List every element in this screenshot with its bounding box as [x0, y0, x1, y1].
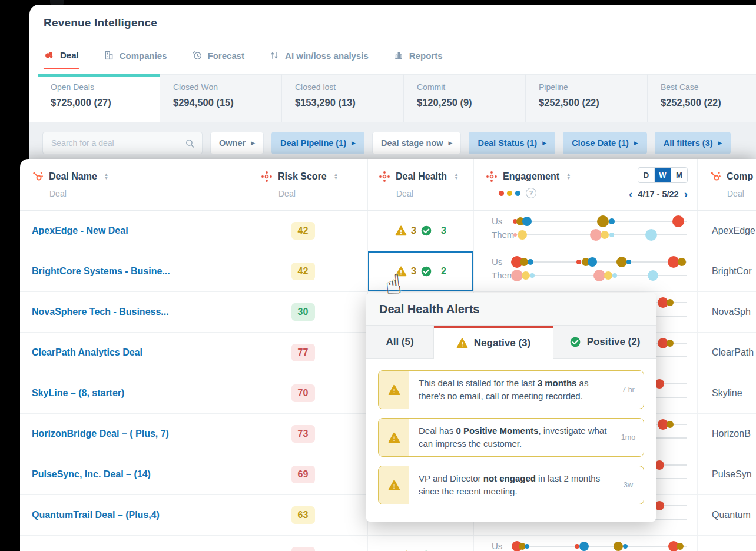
filter-buttons: Owner▶Deal Pipeline (1)▶Deal stage now▶D…: [210, 132, 731, 154]
summary-card-label: Open Deals: [51, 82, 160, 92]
popup-tab-negative-3-[interactable]: Negative (3): [434, 326, 553, 359]
deal-name-link[interactable]: SkyLine – (8, starter): [32, 388, 124, 399]
engagement-dot-olive: [678, 258, 686, 266]
period-option-d[interactable]: D: [638, 168, 654, 182]
column-subtitle: Deal: [727, 189, 756, 198]
tab-ai-win-loss-analysis[interactable]: AI win/loss analysis: [269, 50, 369, 69]
health-alert-card: This deal is stalled for the last 3 mont…: [378, 370, 644, 409]
filter-button-deal-stage-now[interactable]: Deal stage now▶: [372, 132, 461, 154]
tab-deal[interactable]: Deal: [44, 49, 79, 69]
chevron-left-icon[interactable]: ‹: [629, 188, 632, 200]
date-range-nav: ‹ 4/17 - 5/22 ›: [629, 188, 688, 200]
filter-button-deal-pipeline-1-[interactable]: Deal Pipeline (1)▶: [271, 132, 364, 154]
popup-title: Deal Health Alerts: [366, 293, 656, 326]
popup-tab-label: All (5): [386, 336, 413, 348]
deal-health-cell[interactable]: 33: [368, 211, 474, 251]
health-alert-card: VP and Director not engaged in last 2 mo…: [378, 466, 644, 504]
filter-button-owner[interactable]: Owner▶: [210, 132, 264, 154]
tab-label: Forecast: [208, 51, 245, 61]
engagement-them-label: Them: [492, 230, 514, 240]
caret-right-icon: ▶: [251, 141, 255, 146]
sort-toggle[interactable]: ▲▼: [454, 173, 458, 181]
summary-card-commit[interactable]: Commit$120,250 (9): [403, 74, 525, 124]
period-option-m[interactable]: M: [671, 168, 687, 182]
legend-dot: [515, 191, 520, 196]
legend-dot: [507, 191, 512, 196]
engagement-dot-olive: [667, 421, 674, 428]
summary-card-closed-lost[interactable]: Closed lost$153,290 (13): [281, 74, 403, 124]
search-input[interactable]: [50, 138, 180, 148]
engagement-cell: UsThem: [474, 536, 698, 551]
summary-card-open-deals[interactable]: Open Deals$725,000 (27): [38, 74, 160, 124]
deal-name-link[interactable]: ClearPath Analytics Deal: [32, 347, 142, 358]
engagement-dot-yellow: [518, 230, 527, 240]
table-header-row: Deal Name ▲▼ Deal Risk Score ▲▼ Deal Dea…: [20, 159, 756, 211]
main-nav: DealCompaniesForecastAI win/loss analysi…: [44, 42, 443, 69]
deal-name-link[interactable]: ApexEdge - New Deal: [32, 225, 128, 236]
summary-card-value: $294,500 (15): [173, 97, 281, 108]
check-icon: [420, 265, 432, 277]
risk-score-badge: 63: [291, 506, 315, 524]
tab-label: Deal: [60, 50, 79, 60]
deal-name-link[interactable]: QuantumTrail Deal – (Plus,4): [32, 510, 160, 520]
sort-toggle[interactable]: ▲▼: [334, 173, 338, 181]
deal-name-cell: QuantumTrail Deal – (Plus,4): [20, 495, 238, 535]
period-option-w[interactable]: W: [654, 168, 671, 182]
engagement-dot-red: [655, 501, 664, 510]
deal-name-link[interactable]: HorizonBridge Deal – ( Plus, 7): [32, 429, 169, 439]
positive-count: 3: [441, 225, 446, 236]
filter-button-label: Close Date (1): [572, 138, 629, 148]
column-header-deal-health: Deal Health ▲▼ Deal: [368, 159, 474, 210]
deal-name-link[interactable]: BrightCore Systems - Busine...: [32, 266, 170, 277]
engagement-dot-yellow: [522, 271, 530, 280]
summary-card-label: Closed Won: [173, 82, 281, 92]
help-icon[interactable]: ?: [526, 188, 536, 198]
summary-card-best-case[interactable]: Best Case$252,500 (22): [647, 74, 756, 124]
tab-reports[interactable]: Reports: [393, 50, 443, 69]
deal-name-link[interactable]: PulseSync, Inc. Deal – (14): [32, 469, 151, 480]
caret-right-icon: ▶: [718, 141, 722, 146]
popup-tab-positive-2-[interactable]: Positive (2): [553, 326, 656, 359]
summary-card-value: $252,500 (22): [539, 97, 647, 108]
deal-name-link[interactable]: NovaSphere Tech - Business...: [32, 307, 169, 317]
engagement-dot-olive: [614, 542, 623, 551]
summary-card-pipeline[interactable]: Pipeline$252,500 (22): [525, 74, 647, 124]
alert-text: VP and Director not engaged in last 2 mo…: [409, 466, 613, 504]
risk-score-cell: 73: [238, 414, 368, 454]
filter-button-close-date-1-[interactable]: Close Date (1)▶: [563, 132, 647, 154]
tab-label: Companies: [120, 51, 167, 61]
summary-card-label: Commit: [417, 82, 525, 92]
search-input-wrap[interactable]: [42, 132, 203, 154]
check-icon: [420, 225, 432, 237]
tab-forecast[interactable]: Forecast: [192, 50, 245, 69]
tab-companies[interactable]: Companies: [104, 50, 167, 69]
deal-name-cell: BrightCore Systems - Busine...: [20, 251, 238, 291]
column-header-deal-name: Deal Name ▲▼ Deal: [20, 159, 238, 210]
chevron-right-icon[interactable]: ›: [684, 188, 688, 200]
search-icon: [185, 138, 195, 148]
gong-icon: [379, 171, 390, 182]
sort-toggle[interactable]: ▲▼: [566, 173, 571, 181]
column-subtitle: Deal: [49, 189, 238, 198]
summary-card-closed-won[interactable]: Closed Won$294,500 (15): [160, 74, 281, 124]
cursor-pointer-icon: ☝: [383, 268, 403, 301]
company-cell: PulseSyn: [698, 454, 756, 494]
engagement-us-label: Us: [492, 541, 502, 551]
sort-toggle[interactable]: ▲▼: [104, 173, 108, 181]
popup-tab-all-5-[interactable]: All (5): [366, 326, 434, 359]
engagement-dot-olive: [677, 543, 684, 550]
company-cell: Quantum: [698, 495, 756, 535]
engagement-dot-red: [655, 460, 664, 470]
filter-button-deal-status-1-[interactable]: Deal Status (1)▶: [469, 132, 555, 154]
deal-name-cell: [20, 536, 238, 551]
summary-card-label: Closed lost: [295, 82, 403, 92]
filter-button-all-filters-3-[interactable]: All filters (3)▶: [655, 132, 731, 154]
risk-score-cell: [238, 536, 368, 551]
engagement-dot-olive: [667, 299, 674, 306]
company-cell: HorizonB: [698, 414, 756, 454]
filter-button-label: Deal Pipeline (1): [280, 138, 346, 148]
engagement-dot-blue: [522, 217, 532, 226]
engagement-dot-lblue: [612, 273, 617, 278]
deal-health-cell[interactable]: [368, 536, 474, 551]
engagement-dot-yellow: [604, 271, 612, 280]
